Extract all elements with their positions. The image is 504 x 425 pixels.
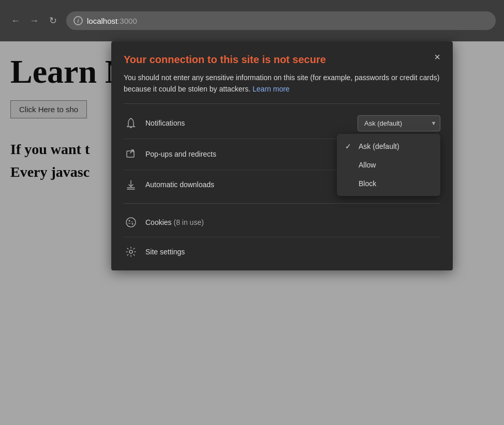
download-icon bbox=[124, 177, 138, 192]
svg-point-6 bbox=[132, 223, 134, 224]
forward-button[interactable]: → bbox=[27, 13, 41, 28]
notifications-select-wrapper[interactable]: Ask (default) Allow Block ▾ bbox=[358, 115, 440, 131]
dropdown-block[interactable]: Block bbox=[337, 174, 440, 193]
svg-rect-1 bbox=[127, 151, 134, 157]
security-desc: You should not enter any sensitive infor… bbox=[124, 72, 440, 95]
check-spacer-2 bbox=[345, 179, 353, 188]
cookies-row[interactable]: Cookies (8 in use) bbox=[124, 208, 440, 237]
site-info-popup: × Your connection to this site is not se… bbox=[111, 41, 453, 270]
back-button[interactable]: ← bbox=[8, 13, 23, 28]
notifications-select[interactable]: Ask (default) Allow Block bbox=[358, 115, 440, 131]
dropdown-allow-label: Allow bbox=[359, 161, 376, 169]
check-spacer bbox=[345, 161, 353, 169]
refresh-button[interactable]: ↻ bbox=[46, 13, 60, 28]
cookie-icon bbox=[124, 215, 138, 230]
svg-point-3 bbox=[129, 220, 130, 221]
dropdown-ask-label: Ask (default) bbox=[359, 142, 399, 150]
site-settings-row[interactable]: Site settings bbox=[124, 237, 440, 266]
dropdown-ask-default[interactable]: ✓ Ask (default) bbox=[337, 137, 440, 156]
svg-point-5 bbox=[129, 223, 130, 224]
check-icon: ✓ bbox=[345, 142, 353, 150]
svg-point-2 bbox=[126, 218, 136, 227]
svg-point-7 bbox=[128, 223, 129, 224]
svg-point-0 bbox=[130, 118, 131, 119]
security-title: Your connection to this site is not secu… bbox=[124, 54, 440, 66]
notifications-row: Notifications Ask (default) Allow Block … bbox=[124, 108, 440, 139]
notifications-dropdown: ✓ Ask (default) Allow Block bbox=[337, 134, 440, 196]
permissions-section: Notifications Ask (default) Allow Block … bbox=[111, 104, 453, 203]
cookie-count: (8 in use) bbox=[173, 218, 203, 226]
address-bar[interactable]: i localhost:3000 bbox=[66, 11, 496, 30]
svg-point-8 bbox=[129, 250, 132, 253]
address-port: :3000 bbox=[117, 17, 137, 25]
svg-point-4 bbox=[131, 221, 132, 222]
bottom-section: Cookies (8 in use) Site settings bbox=[111, 204, 453, 270]
gear-icon bbox=[124, 245, 138, 259]
dropdown-allow[interactable]: Allow bbox=[337, 156, 440, 174]
security-info-icon[interactable]: i bbox=[73, 16, 83, 25]
address-host: localhost bbox=[87, 17, 117, 25]
nav-buttons: ← → ↻ bbox=[8, 13, 60, 28]
learn-more-link[interactable]: Learn more bbox=[253, 85, 290, 93]
site-settings-label: Site settings bbox=[145, 248, 185, 256]
popup-icon bbox=[124, 147, 138, 161]
close-button[interactable]: × bbox=[430, 50, 444, 64]
popup-header: × Your connection to this site is not se… bbox=[111, 41, 453, 103]
dropdown-block-label: Block bbox=[359, 179, 376, 188]
address-text: localhost:3000 bbox=[87, 17, 137, 25]
notifications-label: Notifications bbox=[145, 119, 358, 127]
browser-chrome: ← → ↻ i localhost:3000 bbox=[0, 0, 504, 41]
cookies-label: Cookies (8 in use) bbox=[145, 218, 204, 226]
bell-icon bbox=[124, 116, 138, 130]
